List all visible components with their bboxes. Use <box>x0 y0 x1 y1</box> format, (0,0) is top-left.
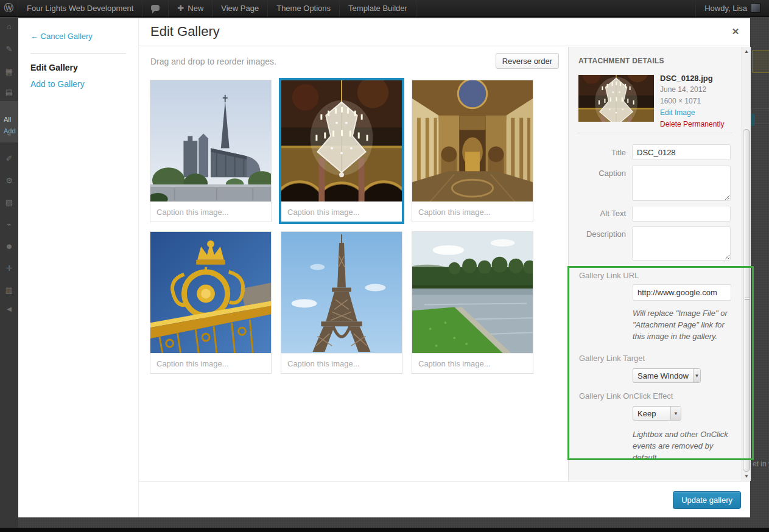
admin-bar: Ⓦ Four Lights Web Development ✚ New View… <box>0 0 769 17</box>
howdy-account-menu[interactable]: Howdy, Lisa <box>695 0 769 16</box>
title-field[interactable] <box>632 144 731 160</box>
media-icon[interactable]: ▦ <box>0 67 18 76</box>
links-icon[interactable]: ✐ <box>0 154 18 163</box>
gallery-image-versailles-chandelier[interactable] <box>281 80 402 201</box>
modal-title: Edit Gallery <box>150 24 220 40</box>
comments-icon[interactable]: ❞ <box>0 132 18 141</box>
gallery-image-golden-gate-ornament[interactable] <box>150 232 271 353</box>
comments-bubble-button[interactable] <box>142 0 169 16</box>
delete-permanently-link[interactable]: Delete Permanently <box>660 119 724 130</box>
gallery-tile[interactable] <box>281 231 402 374</box>
update-gallery-button[interactable]: Update gallery <box>673 491 741 509</box>
appearance-icon[interactable]: ▧ <box>0 198 18 207</box>
modal-header: Edit Gallery ✕ <box>139 18 750 46</box>
attachment-thumbnail <box>578 75 654 122</box>
users-icon[interactable]: ☻ <box>0 242 18 251</box>
settings-gear-icon[interactable]: ⚙ <box>0 176 18 185</box>
background-partial-text: et in yo <box>753 460 769 468</box>
gallery-tile-selected[interactable] <box>281 80 402 222</box>
dashboard-icon[interactable]: ⌂ <box>0 22 18 31</box>
scrollbar-thumb[interactable] <box>743 129 750 472</box>
description-field[interactable] <box>632 226 731 261</box>
cancel-gallery-link[interactable]: ← Cancel Gallery <box>30 32 93 41</box>
scrollbar-grip <box>745 298 750 300</box>
gallery-image-river-landscape[interactable] <box>412 232 533 353</box>
posts-icon[interactable]: ✎ <box>0 44 18 54</box>
drag-hint-text: Drag and drop to reorder images. <box>150 57 276 66</box>
gallery-link-onclick-help: Lightbox and other OnClick events are re… <box>633 429 737 464</box>
title-label: Title <box>574 148 626 157</box>
menu-item-add-to-gallery[interactable]: Add to Gallery <box>30 79 85 89</box>
gallery-region: Drag and drop to reorder images. Reverse… <box>139 47 568 481</box>
gallery-tile[interactable] <box>150 231 272 374</box>
gallery-link-target-label: Gallery Link Target <box>579 354 645 363</box>
tools-icon[interactable]: ✛ <box>0 264 18 273</box>
gallery-image-eiffel-tower[interactable] <box>281 232 402 353</box>
scroll-up-icon[interactable]: ▲ <box>742 47 751 56</box>
view-page-link[interactable]: View Page <box>212 0 268 16</box>
chevron-down-icon: ▼ <box>670 407 681 420</box>
scroll-down-icon[interactable]: ▼ <box>742 472 751 481</box>
gallery-link-url-field[interactable] <box>633 284 731 301</box>
caption-input[interactable] <box>281 201 402 222</box>
collapse-menu-icon[interactable]: ◄ <box>0 304 18 313</box>
attachment-date: June 14, 2012 <box>660 84 724 96</box>
new-content-button[interactable]: ✚ New <box>169 0 212 16</box>
caption-label: Caption <box>574 169 626 178</box>
caption-input[interactable] <box>150 201 271 222</box>
gallery-link-onclick-select[interactable]: Keep ▼ <box>633 406 681 421</box>
options-icon[interactable]: ▥ <box>0 285 18 295</box>
attachment-dimensions: 1600 × 1071 <box>660 96 724 107</box>
theme-options-link[interactable]: Theme Options <box>268 0 340 16</box>
chevron-down-icon: ▼ <box>693 369 700 382</box>
wordpress-logo-icon[interactable]: Ⓦ <box>0 0 18 16</box>
menu-item-edit-gallery[interactable]: Edit Gallery <box>30 63 78 72</box>
plugins-icon[interactable]: ⌁ <box>0 220 18 229</box>
attachment-meta: DSC_0128.jpg June 14, 2012 1600 × 1071 E… <box>660 72 724 130</box>
avatar <box>751 3 760 13</box>
gallery-link-url-label: Gallery Link URL <box>579 271 639 280</box>
sidebar-scrollbar[interactable]: ▲ ▼ <box>742 47 751 481</box>
close-icon[interactable]: ✕ <box>729 26 742 38</box>
caption-input[interactable] <box>281 353 402 373</box>
attachment-details-panel: ATTACHMENT DETAILS DSC_0128.jpg June 14,… <box>568 47 751 481</box>
pages-icon[interactable]: ▤ <box>0 88 18 97</box>
plus-icon: ✚ <box>177 4 184 13</box>
alt-text-label: Alt Text <box>574 209 626 218</box>
modal-menu-panel: ← Cancel Gallery Edit Gallery Add to Gal… <box>18 18 138 517</box>
caption-field[interactable] <box>632 166 731 201</box>
gallery-tile[interactable] <box>150 80 272 222</box>
template-builder-link[interactable]: Template Builder <box>340 0 416 16</box>
window-bottom-edge <box>0 528 769 532</box>
caption-input[interactable] <box>412 353 533 373</box>
gallery-link-target-select[interactable]: Same Window ▼ <box>633 368 701 383</box>
attachment-filename: DSC_0128.jpg <box>660 72 724 84</box>
attachment-divider <box>577 133 732 133</box>
admin-menu-strip: ⌂ ✎ ▦ ▤ All Add ❞ ✐ ⚙ ▧ ⌁ ☻ ✛ ▥ ◄ <box>0 18 18 528</box>
caption-input[interactable] <box>150 353 271 373</box>
description-label: Description <box>574 229 626 239</box>
reverse-order-button[interactable]: Reverse order <box>496 53 559 69</box>
edit-image-link[interactable]: Edit Image <box>660 107 724 119</box>
gallery-image-notre-dame-cathedral[interactable] <box>150 80 271 201</box>
site-name-link[interactable]: Four Lights Web Development <box>18 0 142 16</box>
alt-text-field[interactable] <box>632 206 731 222</box>
gallery-link-onclick-label: Gallery Link OnClick Effect <box>579 391 673 401</box>
admin-submenu-all-pages[interactable]: All <box>4 116 18 123</box>
comment-bubble-icon <box>151 5 160 11</box>
gallery-link-url-help: Will replace "Image File" or "Attachment… <box>633 308 737 343</box>
modal-footer: Update gallery <box>139 481 750 517</box>
edit-gallery-modal: Edit Gallery ✕ Drag and drop to reorder … <box>138 18 750 517</box>
gallery-tile[interactable] <box>412 80 533 222</box>
gallery-image-versailles-chapel-hall[interactable] <box>412 80 533 201</box>
menu-divider <box>30 53 126 54</box>
caption-input[interactable] <box>412 201 533 222</box>
attachment-details-heading: ATTACHMENT DETAILS <box>578 57 664 65</box>
background-widget-fragment <box>752 50 769 73</box>
gallery-tile[interactable] <box>412 231 533 374</box>
